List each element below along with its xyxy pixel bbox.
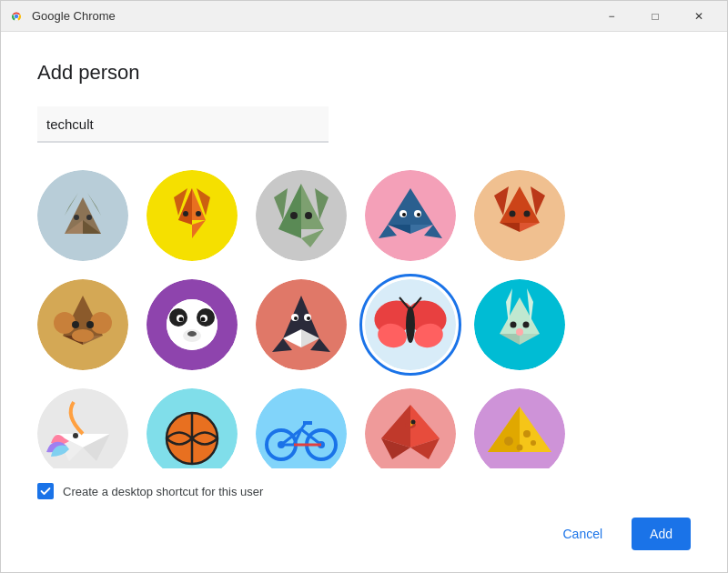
basketball-avatar[interactable] <box>147 388 238 468</box>
svg-point-64 <box>187 331 197 337</box>
svg-point-124 <box>523 430 531 437</box>
chrome-logo-icon <box>8 8 25 25</box>
svg-point-123 <box>504 437 513 446</box>
desktop-shortcut-checkbox[interactable] <box>37 483 54 499</box>
butterfly-origami-avatar[interactable] <box>365 279 456 370</box>
svg-point-119 <box>411 420 416 425</box>
svg-point-52 <box>86 321 94 328</box>
checkmark-icon <box>40 486 51 497</box>
maximize-button[interactable]: □ <box>634 1 676 32</box>
rabbit-origami-avatar[interactable] <box>474 279 565 370</box>
svg-point-51 <box>72 321 79 328</box>
titlebar-controls: − □ ✕ <box>591 1 720 32</box>
cheese-avatar[interactable] <box>474 388 565 468</box>
cancel-button[interactable]: Cancel <box>544 518 621 550</box>
svg-point-10 <box>86 215 92 220</box>
svg-point-74 <box>307 317 310 320</box>
minimize-button[interactable]: − <box>591 1 632 32</box>
svg-point-125 <box>517 445 523 451</box>
svg-point-9 <box>74 215 79 220</box>
fox2-origami-avatar[interactable] <box>474 170 565 261</box>
svg-point-44 <box>524 211 531 217</box>
svg-point-36 <box>417 213 420 216</box>
close-button[interactable]: ✕ <box>678 1 720 32</box>
svg-point-25 <box>290 212 298 219</box>
svg-point-80 <box>406 307 415 343</box>
svg-point-89 <box>511 322 517 328</box>
checkbox-label: Create a desktop shortcut for this user <box>63 485 263 498</box>
svg-point-61 <box>179 317 184 322</box>
add-button[interactable]: Add <box>632 518 691 550</box>
svg-point-126 <box>531 440 536 446</box>
dialog-title: Add person <box>37 61 691 85</box>
svg-point-62 <box>201 317 206 322</box>
svg-point-26 <box>305 212 312 219</box>
panda-origami-avatar[interactable] <box>147 279 238 370</box>
titlebar-title: Google Chrome <box>32 9 591 23</box>
dialog: Add person <box>1 32 727 572</box>
name-input[interactable] <box>37 106 329 143</box>
unicorn-origami-avatar[interactable] <box>37 388 128 468</box>
svg-point-73 <box>294 317 298 320</box>
cat-origami-avatar[interactable] <box>37 170 128 261</box>
fox-origami-avatar[interactable] <box>147 170 238 261</box>
svg-point-53 <box>72 329 94 342</box>
elephant-origami-avatar[interactable] <box>365 170 456 261</box>
svg-point-90 <box>523 322 530 328</box>
bicycle-avatar[interactable] <box>256 388 347 468</box>
avatar-grid <box>37 161 691 468</box>
svg-point-17 <box>183 211 188 216</box>
monkey-origami-avatar[interactable] <box>37 279 128 370</box>
checkbox-row: Create a desktop shortcut for this user <box>37 483 691 499</box>
bottom-bar: Cancel Add <box>37 518 691 550</box>
svg-point-92 <box>37 388 128 468</box>
svg-point-50 <box>90 312 112 334</box>
dragon-origami-avatar[interactable] <box>256 170 347 261</box>
svg-point-18 <box>196 211 201 216</box>
titlebar: Google Chrome − □ ✕ <box>1 1 727 32</box>
svg-point-2 <box>15 14 18 17</box>
svg-point-91 <box>516 328 523 336</box>
penguin-origami-avatar[interactable] <box>256 279 347 370</box>
svg-point-96 <box>73 433 78 438</box>
svg-point-49 <box>54 312 76 334</box>
svg-point-35 <box>402 213 406 216</box>
svg-point-43 <box>510 211 516 217</box>
bird-avatar[interactable] <box>365 388 456 468</box>
avatar-scroll-container <box>37 161 691 468</box>
